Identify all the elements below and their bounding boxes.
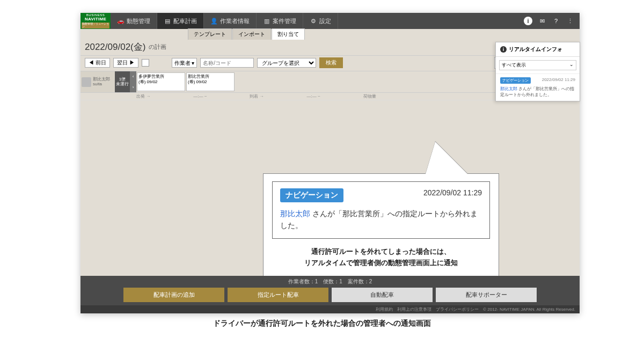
driver-name: 那比太郎 suita (93, 77, 110, 87)
navigation-badge: ナビゲーション (280, 188, 343, 202)
nav-label: 設定 (319, 17, 331, 25)
car-icon: 🚗 (117, 17, 125, 25)
footer-buttons: 配車計画の追加 指定ルート配車 自動配車 配車サポーター (80, 288, 580, 305)
figure-caption: ドライバーが通行許可ルートを外れた場合の管理者への通知画面 (0, 319, 644, 328)
info-icon[interactable]: i (524, 17, 532, 25)
person-icon: 👤 (210, 17, 218, 25)
schedule-body: 那比太郎 suita 1便 未運行 ‹› 多伊夢営業所(希) 09/02 那比営… (80, 71, 580, 276)
search-button[interactable]: 検索 (319, 57, 343, 68)
time-slot: —:— ~ (307, 94, 320, 99)
rt-filter-label: すべて表示 (502, 62, 526, 69)
notification-callout: ナビゲーション 2022/09/02 11:29 那比太郎 さんが「那比営業所」… (263, 173, 499, 276)
rt-notification-item[interactable]: ナビゲーション 2022/09/02 11:29 那比太郎 さんが「那比営業所」… (496, 74, 580, 101)
footer-stats: 作業者数：1 便数：1 案件数：2 (80, 276, 580, 288)
arrive-label: 到着 → (250, 93, 264, 99)
logo-line3: 動態管理ソリューション (82, 23, 109, 28)
stop-card[interactable]: 那比営業所(希) 09/02 (186, 72, 235, 91)
realtime-info-panel: i リアルタイムインフォ すべて表示 ⌄ ナビゲーション 2022/09/02 … (495, 42, 580, 101)
rt-filter-select[interactable]: すべて表示 ⌄ (499, 60, 576, 70)
tab-template[interactable]: テンプレート (188, 28, 232, 40)
time-slot: —:— ~ (193, 94, 207, 99)
rt-tag: ナビゲーション (500, 77, 531, 84)
stop-card[interactable]: 多伊夢営業所(希) 09/02 (137, 72, 185, 91)
name-code-input[interactable] (200, 58, 254, 68)
add-plan-button[interactable]: 配車計画の追加 (123, 288, 224, 302)
rt-user-link[interactable]: 那比太郎 (500, 86, 517, 91)
callout-timestamp: 2022/09/02 11:29 (423, 188, 482, 197)
nav-tracking[interactable]: 🚗動態管理 (111, 13, 157, 29)
sub-tabs: テンプレート インポート 割り当て (80, 29, 580, 40)
logo-line2: NAVITIME (85, 17, 106, 22)
nav-cases[interactable]: ▥案件管理 (257, 13, 303, 29)
app-window: BUSINESS NAVITIME 動態管理ソリューション 🚗動態管理 ▤配車計… (80, 13, 580, 313)
mail-icon[interactable]: ✉ (538, 17, 546, 25)
footer-legal: 利用規約 利用上の注意事項 プライバシーポリシー © 2012- NAVITIM… (80, 305, 580, 313)
gear-icon: ⚙ (310, 17, 317, 25)
nav-right: i ✉ ? ⋮ (518, 17, 580, 25)
nav-label: 動態管理 (127, 17, 150, 25)
nav-workers[interactable]: 👤作業者情報 (204, 13, 257, 29)
plan-suffix: の計画 (149, 43, 166, 51)
chevron-left-icon[interactable]: ‹ (133, 74, 134, 79)
callout-description: 通行許可ルートを外れてしまった場合には、 リアルタイムで管理者側の動態管理画面上… (272, 246, 490, 269)
chevron-down-icon: ⌄ (569, 62, 574, 69)
group-select[interactable]: グループを選択 (257, 58, 316, 68)
callout-message: 那比太郎 さんが「那比営業所」への指定ルートから外れました。 (280, 208, 482, 232)
info-icon: i (500, 46, 507, 53)
avatar (82, 77, 91, 87)
calendar-icon: ▤ (164, 17, 171, 25)
callout-user-link[interactable]: 那比太郎 (280, 209, 310, 218)
nav-dispatch[interactable]: ▤配車計画 (157, 13, 204, 29)
help-icon[interactable]: ? (552, 17, 560, 25)
callout-text: さんが「那比営業所」への指定ルートから外れました。 (280, 209, 478, 230)
logo: BUSINESS NAVITIME 動態管理ソリューション (80, 13, 111, 29)
chevron-right-icon[interactable]: › (133, 85, 134, 90)
nav-label: 配車計画 (173, 17, 197, 25)
plan-date: 2022/09/02(金) (85, 41, 145, 53)
nav-label: 作業者情報 (220, 17, 250, 25)
nav-settings[interactable]: ⚙設定 (303, 13, 338, 29)
load-label: 荷物量 (363, 93, 376, 99)
auto-dispatch-button[interactable]: 自動配車 (332, 288, 433, 302)
nav-label: 案件管理 (273, 17, 296, 25)
prev-day-button[interactable]: ◀ 前日 (85, 58, 110, 68)
clipboard-icon: ▥ (263, 17, 270, 25)
more-icon[interactable]: ⋮ (566, 17, 574, 25)
driver-cell[interactable]: 那比太郎 suita (80, 71, 115, 92)
footer: 作業者数：1 便数：1 案件数：2 配車計画の追加 指定ルート配車 自動配車 配… (80, 276, 580, 313)
worker-select[interactable]: 作業者 ▾ (172, 58, 197, 68)
calendar-picker-icon[interactable] (142, 59, 149, 67)
top-nav: BUSINESS NAVITIME 動態管理ソリューション 🚗動態管理 ▤配車計… (80, 13, 580, 29)
callout-card: ナビゲーション 2022/09/02 11:29 那比太郎 さんが「那比営業所」… (272, 181, 490, 239)
depart-label: 出発 → (136, 93, 150, 99)
rt-header: i リアルタイムインフォ (496, 42, 580, 57)
rt-message: 那比太郎 さんが「那比営業所」への指定ルートから外れました。 (500, 86, 575, 98)
rt-timestamp: 2022/09/02 11:29 (542, 77, 575, 82)
route-dispatch-button[interactable]: 指定ルート配車 (228, 288, 328, 302)
trip-nav-arrows[interactable]: ‹› (130, 71, 136, 92)
dispatch-supporter-button[interactable]: 配車サポーター (436, 288, 537, 302)
next-day-button[interactable]: 翌日 ▶ (113, 58, 138, 68)
rt-title: リアルタイムインフォ (509, 46, 562, 53)
tab-assign[interactable]: 割り当て (272, 28, 305, 40)
tab-import[interactable]: インポート (232, 28, 271, 40)
trip-badge: 1便 未運行 (115, 71, 130, 92)
